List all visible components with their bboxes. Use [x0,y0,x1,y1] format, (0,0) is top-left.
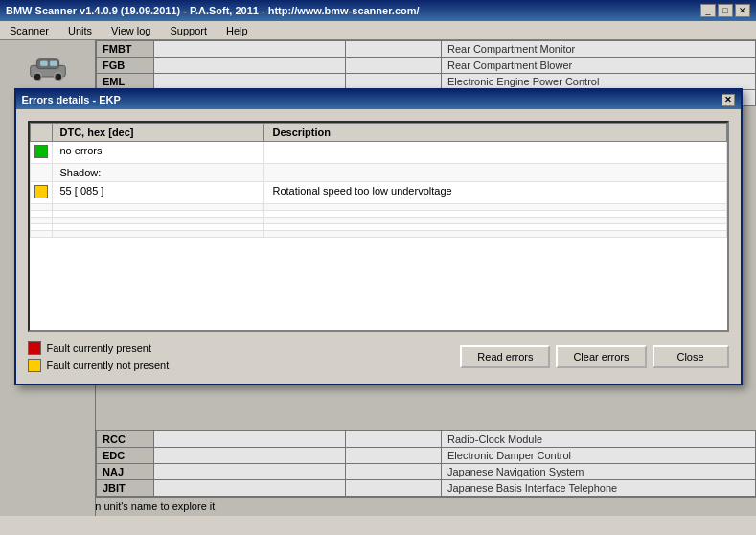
legend-color-red [28,341,41,355]
dtc-cell: Shadow: [52,164,264,182]
description-cell [264,218,726,224]
dtc-cell [52,218,264,224]
dtc-cell [52,204,264,211]
table-row: no errors [30,142,726,164]
description-cell [264,231,726,238]
dtc-cell [52,231,264,238]
indicator-cell [30,182,52,204]
legend-color-yellow [28,359,41,372]
errors-table: DTC, hex [dec] Description no errors Sha… [30,123,727,238]
table-row [30,211,726,218]
dialog-body: DTC, hex [dec] Description no errors Sha… [16,109,741,384]
menu-support[interactable]: Support [164,23,213,38]
legend-label-red: Fault currently present [47,342,151,354]
col-desc-header: Description [264,124,726,142]
indicator-cell [30,231,52,238]
description-cell: Rotational speed too low undervoltage [264,182,726,204]
col-indicator-header [30,124,52,142]
table-row [30,231,726,238]
indicator-cell [30,224,52,231]
close-dialog-button[interactable]: Close [653,345,729,368]
description-cell [264,142,726,164]
table-row [30,218,726,224]
table-row [30,224,726,231]
title-bar: BMW Scanner v1.4.0.9 (19.09.2011) - P.A.… [0,0,756,21]
dialog-close-icon-button[interactable]: ✕ [722,94,735,106]
indicator-cell [30,164,52,182]
dtc-cell [52,224,264,231]
window-title: BMW Scanner v1.4.0.9 (19.09.2011) - P.A.… [6,5,420,16]
minimize-button[interactable]: _ [700,4,716,17]
menu-scanner[interactable]: Scanner [4,23,55,38]
description-cell [264,164,726,182]
errors-dialog: Errors details - EKP ✕ DTC, hex [dec] De… [14,88,743,385]
main-area: Car ident Settings ⊘ Stop [0,40,756,516]
window-controls: _ □ ✕ [700,4,750,17]
description-cell [264,204,726,211]
indicator-cell [30,142,52,164]
dtc-cell: 55 [ 085 ] [52,182,264,204]
table-row: Shadow: [30,164,726,182]
indicator-cell [30,211,52,218]
error-legend: Fault currently present Fault currently … [28,341,461,372]
menu-bar: Scanner Units View log Support Help [0,21,756,40]
read-errors-button[interactable]: Read errors [460,345,550,368]
menu-units[interactable]: Units [62,23,98,38]
dtc-cell [52,211,264,218]
clear-errors-button[interactable]: Clear errors [556,345,646,368]
close-window-button[interactable]: ✕ [735,4,750,17]
status-yellow-indicator [34,185,48,198]
col-dtc-header: DTC, hex [dec] [52,124,264,142]
menu-help[interactable]: Help [220,23,254,38]
indicator-cell [30,204,52,211]
legend-item-yellow: Fault currently not present [28,359,461,372]
table-row: 55 [ 085 ] Rotational speed too low unde… [30,182,726,204]
description-cell [264,211,726,218]
indicator-cell [30,218,52,224]
maximize-button[interactable]: □ [718,4,733,17]
status-green-indicator [34,145,48,158]
errors-table-container: DTC, hex [dec] Description no errors Sha… [28,121,729,332]
legend-label-yellow: Fault currently not present [47,360,170,371]
dialog-footer: Fault currently present Fault currently … [28,341,729,372]
dtc-cell: no errors [52,142,264,164]
dialog-buttons: Read errors Clear errors Close [460,345,728,368]
description-cell [264,224,726,231]
dialog-title-text: Errors details - EKP [22,94,121,105]
menu-view-log[interactable]: View log [105,23,156,38]
dialog-title-bar: Errors details - EKP ✕ [16,90,741,109]
table-row [30,204,726,211]
modal-overlay: Errors details - EKP ✕ DTC, hex [dec] De… [0,40,756,516]
legend-item-red: Fault currently present [28,341,461,355]
